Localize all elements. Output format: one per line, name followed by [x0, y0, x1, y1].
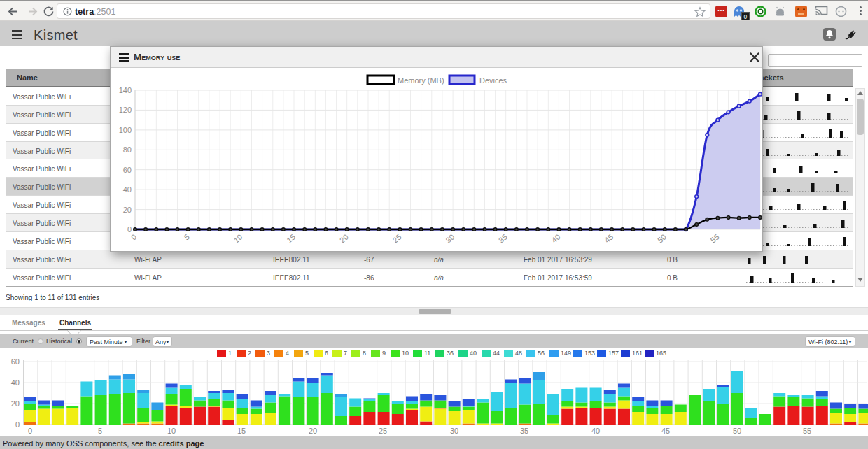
svg-text:120: 120	[119, 106, 132, 114]
svg-text:60: 60	[123, 166, 132, 174]
svg-text:15: 15	[285, 232, 297, 244]
svg-text:5: 5	[183, 232, 191, 241]
svg-text:80: 80	[123, 145, 132, 154]
svg-text:10: 10	[232, 232, 244, 244]
svg-text:35: 35	[497, 232, 509, 244]
svg-text:20: 20	[338, 232, 350, 244]
svg-text:50: 50	[656, 232, 668, 244]
svg-text:40: 40	[123, 185, 132, 194]
svg-text:45: 45	[603, 232, 615, 244]
svg-text:Memory (MB): Memory (MB)	[398, 76, 444, 85]
svg-text:20: 20	[123, 206, 132, 214]
svg-text:30: 30	[444, 232, 456, 244]
svg-text:55: 55	[709, 232, 721, 244]
svg-text:0: 0	[127, 225, 132, 234]
svg-text:40: 40	[550, 232, 562, 244]
svg-text:Devices: Devices	[479, 76, 507, 85]
svg-text:25: 25	[391, 232, 403, 244]
svg-text:100: 100	[119, 126, 132, 134]
svg-text:140: 140	[119, 86, 132, 94]
svg-text:0: 0	[130, 232, 138, 241]
